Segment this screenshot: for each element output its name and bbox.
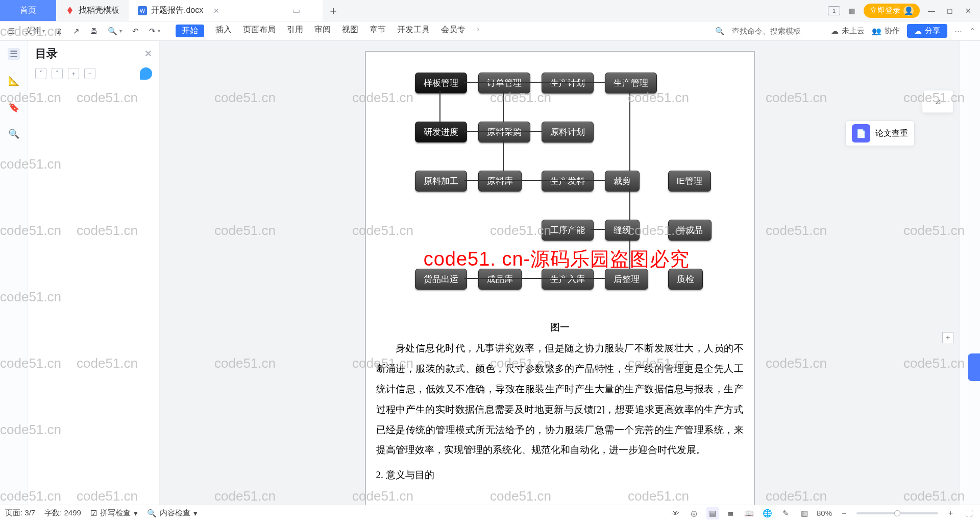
ai-bubble-icon[interactable] bbox=[140, 67, 152, 80]
paper-check-label: 论文查重 bbox=[875, 128, 908, 139]
focus-mode-icon[interactable]: ◎ bbox=[688, 507, 700, 519]
page-indicator[interactable]: 页面: 3/7 bbox=[5, 508, 35, 518]
web-view-icon[interactable]: 🌐 bbox=[762, 507, 774, 519]
level-up-icon[interactable]: ＋ bbox=[68, 68, 79, 79]
tab-home[interactable]: 首页 bbox=[0, 0, 56, 21]
window-maximize-icon[interactable]: ◻ bbox=[943, 4, 957, 17]
figure-caption: 图一 bbox=[376, 321, 744, 334]
login-button[interactable]: 立即登录👤 bbox=[864, 4, 920, 18]
toolbar-expand-icon[interactable]: ⋯ bbox=[954, 27, 962, 36]
save-icon[interactable]: 🗎 bbox=[51, 25, 67, 37]
bookmark-rail-icon[interactable]: 🔖 bbox=[8, 101, 20, 113]
flow-node: 裁剪 bbox=[605, 171, 640, 192]
outline-rail-icon[interactable]: ☰ bbox=[8, 48, 20, 60]
search-icon[interactable]: 🔍 bbox=[715, 27, 725, 36]
flow-node: 生产管理 bbox=[605, 73, 657, 93]
watermark-banner: code51. cn-源码乐园盗图必究 bbox=[329, 246, 785, 272]
flow-node: 原料加工 bbox=[415, 171, 467, 192]
paper-check-panel[interactable]: 📄 论文查重 bbox=[845, 121, 915, 146]
menu-icon[interactable]: ☰ bbox=[4, 25, 19, 38]
page-view-icon[interactable]: ▤ bbox=[706, 507, 719, 519]
left-rail: ☰ 📐 🔖 🔍 bbox=[0, 41, 28, 505]
spellcheck-toggle[interactable]: ☑ 拼写检查 ▾ bbox=[90, 508, 138, 518]
docer-icon bbox=[65, 6, 75, 15]
svg-text:W: W bbox=[140, 8, 145, 14]
ribbon-member[interactable]: 会员专 bbox=[441, 25, 465, 37]
level-down-icon[interactable]: － bbox=[84, 68, 95, 79]
app-grid-icon[interactable]: ▦ bbox=[845, 4, 859, 17]
zoom-in-icon[interactable]: ＋ bbox=[944, 507, 957, 519]
tab-close-icon[interactable]: ✕ bbox=[213, 7, 219, 15]
tab-document[interactable]: W 开题报告.docx ▭ ✕ bbox=[129, 0, 323, 21]
export-icon[interactable]: ↗ bbox=[69, 25, 84, 38]
tab-template[interactable]: 找稻壳模板 bbox=[56, 0, 129, 21]
word-count[interactable]: 字数: 2499 bbox=[44, 508, 81, 518]
tab-template-label: 找稻壳模板 bbox=[79, 5, 119, 16]
ribbon-view[interactable]: 视图 bbox=[342, 25, 358, 37]
print-icon[interactable]: 🖶 bbox=[86, 25, 102, 37]
zoom-slider[interactable] bbox=[856, 512, 938, 514]
collab-button[interactable]: 👥 协作 bbox=[872, 26, 900, 36]
tab-document-label: 开题报告.docx bbox=[151, 5, 203, 16]
flow-node: 生产发料 bbox=[542, 171, 594, 192]
body-paragraph: 身处信息化时代，凡事讲究效率，但是随之协力服装厂不断发展壮大，人员的不断涌进，服… bbox=[376, 338, 744, 460]
window-close-icon[interactable]: ✕ bbox=[962, 4, 975, 17]
ribbon-more-icon[interactable]: › bbox=[477, 25, 479, 37]
flow-node: 研发进度 bbox=[415, 122, 467, 143]
flow-node: 生产计划 bbox=[542, 73, 594, 93]
share-button[interactable]: ☁ 分享 bbox=[907, 24, 947, 38]
file-label: 文件 bbox=[25, 26, 40, 36]
collapse-all-icon[interactable]: ˅ bbox=[35, 68, 46, 79]
outline-view-icon[interactable]: ≣ bbox=[725, 507, 737, 519]
fullscreen-icon[interactable]: ⛶ bbox=[963, 507, 975, 519]
phone-view-icon[interactable]: ▭ bbox=[292, 6, 300, 15]
flow-node: 原料库 bbox=[478, 171, 522, 192]
add-page-icon[interactable]: ＋ bbox=[942, 332, 953, 343]
search-input[interactable] bbox=[732, 27, 824, 35]
reading-view-icon[interactable]: 📖 bbox=[743, 507, 755, 519]
document-area[interactable]: 样板管理 订单管理 生产计划 生产管理 研发进度 原料采购 原料计划 原料加工 … bbox=[160, 41, 960, 505]
word-doc-icon: W bbox=[138, 6, 147, 15]
search-rail-icon[interactable]: 🔍 bbox=[8, 128, 20, 140]
ruler-rail-icon[interactable]: 📐 bbox=[8, 75, 20, 87]
main-area: ☰ 📐 🔖 🔍 目录✕ ˅ ˄ ＋ － 样板管理 订单管理 生产计划 生产管理 … bbox=[0, 41, 980, 505]
ribbon-collapse-icon[interactable]: ⌃ bbox=[969, 27, 976, 36]
new-tab-button[interactable]: ＋ bbox=[323, 0, 344, 21]
redo-icon[interactable]: ↷▾ bbox=[145, 25, 164, 38]
ribbon-review[interactable]: 审阅 bbox=[314, 25, 331, 37]
ribbon-toolbar: ☰ 文件▾ 🗎 ↗ 🖶 🔍▾ ↶ ↷▾ 开始 插入 页面布局 引用 审阅 视图 … bbox=[0, 21, 980, 41]
ribbon-page-layout[interactable]: 页面布局 bbox=[243, 25, 276, 37]
draft-view-icon[interactable]: ✎ bbox=[780, 507, 792, 519]
file-menu[interactable]: 文件▾ bbox=[21, 24, 49, 38]
ribbon-chapter[interactable]: 章节 bbox=[370, 25, 386, 37]
outline-tools: ˅ ˄ ＋ － bbox=[35, 67, 152, 80]
compact-view-icon[interactable]: 1 bbox=[828, 6, 840, 15]
content-check-toggle[interactable]: 🔍 内容检查 ▾ bbox=[147, 508, 198, 518]
zoom-out-icon[interactable]: − bbox=[838, 507, 850, 519]
ribbon-start[interactable]: 开始 bbox=[176, 25, 204, 37]
zoom-label[interactable]: 80% bbox=[817, 509, 832, 517]
preview-icon[interactable]: 🔍▾ bbox=[104, 25, 126, 38]
format-brush-icon[interactable]: ⊿ bbox=[922, 90, 953, 113]
tab-bar: 首页 找稻壳模板 W 开题报告.docx ▭ ✕ ＋ 1 ▦ 立即登录👤 — ◻… bbox=[0, 0, 980, 21]
ribbon-reference[interactable]: 引用 bbox=[287, 25, 303, 37]
document-page: 样板管理 订单管理 生产计划 生产管理 研发进度 原料采购 原料计划 原料加工 … bbox=[365, 51, 755, 505]
expand-all-icon[interactable]: ˄ bbox=[52, 68, 63, 79]
paper-check-icon: 📄 bbox=[852, 124, 870, 143]
window-minimize-icon[interactable]: — bbox=[925, 4, 938, 17]
eyecare-icon[interactable]: 👁 bbox=[670, 507, 682, 519]
cloud-status[interactable]: ☁ 未上云 bbox=[831, 26, 865, 36]
flow-node: 缝纫 bbox=[605, 220, 640, 241]
cloud-label: 未上云 bbox=[842, 26, 865, 36]
ribbon-insert[interactable]: 插入 bbox=[215, 25, 232, 37]
outline-pane: 目录✕ ˅ ˄ ＋ － bbox=[28, 41, 160, 505]
ribbon-devtools[interactable]: 开发工具 bbox=[397, 25, 430, 37]
ribbon-tabs: 开始 插入 页面布局 引用 审阅 视图 章节 开发工具 会员专 › bbox=[176, 25, 479, 37]
side-flyout-tab[interactable] bbox=[968, 353, 980, 381]
multi-page-icon[interactable]: ▥ bbox=[798, 507, 811, 519]
outline-close-icon[interactable]: ✕ bbox=[144, 48, 152, 59]
outline-title-label: 目录 bbox=[35, 46, 58, 61]
undo-icon[interactable]: ↶ bbox=[128, 25, 143, 38]
flow-node: 原料采购 bbox=[478, 122, 530, 143]
flow-node: 原料计划 bbox=[542, 122, 594, 143]
